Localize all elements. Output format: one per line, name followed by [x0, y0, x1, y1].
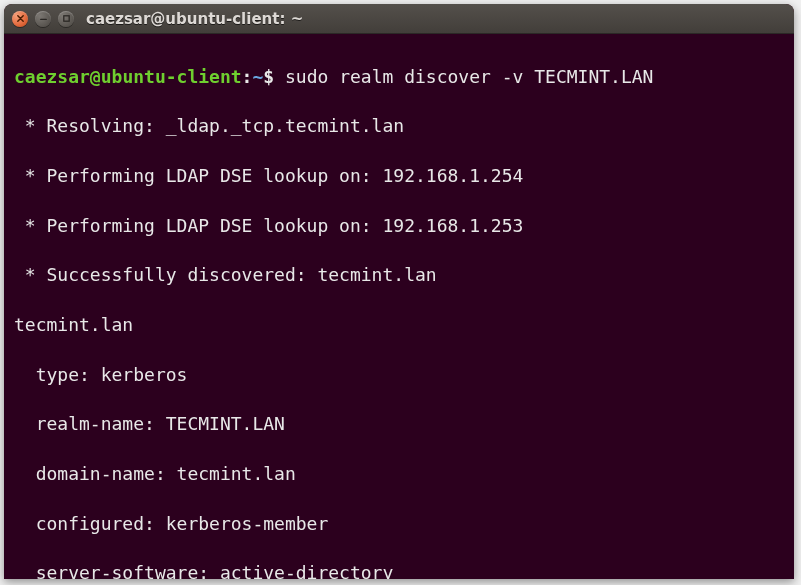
- output-line: configured: kerberos-member: [14, 512, 784, 537]
- output-line: * Resolving: _ldap._tcp.tecmint.lan: [14, 114, 784, 139]
- prompt-user: caezsar: [14, 66, 90, 87]
- window-buttons: [12, 11, 74, 27]
- output-line: * Performing LDAP DSE lookup on: 192.168…: [14, 164, 784, 189]
- output-line: * Performing LDAP DSE lookup on: 192.168…: [14, 214, 784, 239]
- close-icon[interactable]: [12, 11, 28, 27]
- output-line: server-software: active-directory: [14, 561, 784, 579]
- terminal-window: caezsar@ubuntu-client: ~ caezsar@ubuntu-…: [4, 4, 794, 579]
- output-line: type: kerberos: [14, 363, 784, 388]
- prompt-line-1: caezsar@ubuntu-client:~$ sudo realm disc…: [14, 65, 784, 90]
- svg-rect-0: [63, 16, 68, 21]
- output-line: * Successfully discovered: tecmint.lan: [14, 263, 784, 288]
- minimize-icon[interactable]: [35, 11, 51, 27]
- maximize-icon[interactable]: [58, 11, 74, 27]
- command-text: sudo realm discover -v TECMINT.LAN: [285, 66, 653, 87]
- prompt-path: ~: [252, 66, 263, 87]
- terminal-body[interactable]: caezsar@ubuntu-client:~$ sudo realm disc…: [4, 34, 794, 579]
- prompt-dollar: $: [263, 66, 285, 87]
- prompt-host: ubuntu-client: [101, 66, 242, 87]
- output-line: realm-name: TECMINT.LAN: [14, 412, 784, 437]
- window-title: caezsar@ubuntu-client: ~: [86, 10, 303, 28]
- output-line: domain-name: tecmint.lan: [14, 462, 784, 487]
- output-line: tecmint.lan: [14, 313, 784, 338]
- titlebar[interactable]: caezsar@ubuntu-client: ~: [4, 4, 794, 34]
- prompt-colon: :: [242, 66, 253, 87]
- at-sign: @: [90, 66, 101, 87]
